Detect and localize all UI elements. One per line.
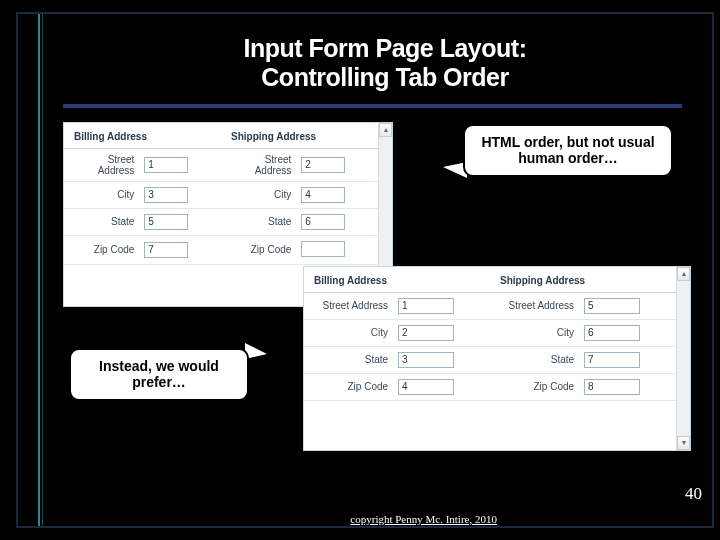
title-line-2: Controlling Tab Order [261, 63, 508, 91]
billing-street-input[interactable]: 1 [144, 157, 188, 173]
label-city: City [304, 319, 392, 346]
scrollbar[interactable]: ▴ ▾ [676, 267, 690, 450]
callout-text: Instead, we would prefer… [99, 358, 219, 391]
address-table-2: Billing Address Shipping Address Street … [304, 267, 676, 401]
slide-frame: Input Form Page Layout: Controlling Tab … [16, 12, 714, 528]
col-header-shipping: Shipping Address [221, 123, 378, 149]
label-zip: Zip Code [304, 373, 392, 400]
billing-state-input[interactable]: 3 [398, 352, 454, 368]
label-city: City [490, 319, 578, 346]
label-street: Street Address [490, 292, 578, 319]
scroll-up-icon[interactable]: ▴ [677, 267, 690, 281]
form-example-2: ▴ ▾ Billing Address Shipping Address Str… [303, 266, 691, 451]
billing-zip-input[interactable]: 4 [398, 379, 454, 395]
col-header-billing: Billing Address [304, 267, 490, 293]
label-zip: Zip Code [490, 373, 578, 400]
shipping-city-input[interactable]: 6 [584, 325, 640, 341]
shipping-zip-input[interactable] [301, 241, 345, 257]
copyright-text: copyright Penny Mc. Intire, 2010 [350, 513, 497, 525]
shipping-zip-input[interactable]: 8 [584, 379, 640, 395]
address-table-1: Billing Address Shipping Address Street … [64, 123, 378, 265]
callout-preferred: Instead, we would prefer… [69, 348, 249, 402]
label-street: Street Address [221, 148, 295, 181]
label-city: City [64, 181, 138, 208]
label-zip: Zip Code [64, 235, 138, 264]
accent-line-2 [42, 14, 43, 526]
billing-city-input[interactable]: 2 [398, 325, 454, 341]
shipping-street-input[interactable]: 5 [584, 298, 640, 314]
label-zip: Zip Code [221, 235, 295, 264]
label-state: State [64, 208, 138, 235]
callout-text: HTML order, but not usual human order… [481, 134, 654, 167]
billing-state-input[interactable]: 5 [144, 214, 188, 230]
label-state: State [221, 208, 295, 235]
label-state: State [490, 346, 578, 373]
shipping-state-input[interactable]: 7 [584, 352, 640, 368]
slide-content: ▴ ▾ Billing Address Shipping Address Str… [63, 108, 712, 488]
billing-street-input[interactable]: 1 [398, 298, 454, 314]
shipping-state-input[interactable]: 6 [301, 214, 345, 230]
slide-title: Input Form Page Layout: Controlling Tab … [18, 14, 712, 100]
label-street: Street Address [64, 148, 138, 181]
callout-html-order: HTML order, but not usual human order… [463, 124, 673, 178]
shipping-street-input[interactable]: 2 [301, 157, 345, 173]
billing-city-input[interactable]: 3 [144, 187, 188, 203]
shipping-city-input[interactable]: 4 [301, 187, 345, 203]
scroll-up-icon[interactable]: ▴ [379, 123, 392, 137]
label-state: State [304, 346, 392, 373]
col-header-shipping: Shipping Address [490, 267, 676, 293]
label-city: City [221, 181, 295, 208]
billing-zip-input[interactable]: 7 [144, 242, 188, 258]
title-line-1: Input Form Page Layout: [244, 34, 527, 62]
accent-line [38, 14, 40, 526]
col-header-billing: Billing Address [64, 123, 221, 149]
scroll-down-icon[interactable]: ▾ [677, 436, 690, 450]
page-number: 40 [685, 484, 702, 504]
label-street: Street Address [304, 292, 392, 319]
